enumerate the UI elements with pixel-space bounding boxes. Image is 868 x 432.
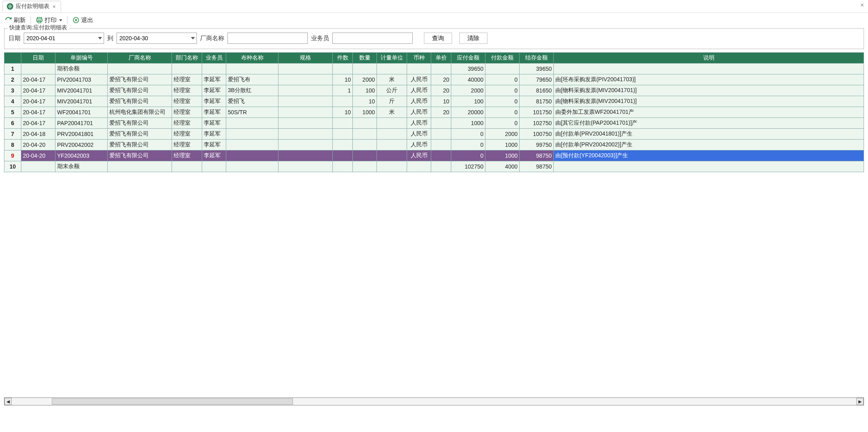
clear-button[interactable]: 清除	[459, 33, 487, 44]
date-to-input[interactable]	[117, 33, 197, 43]
cell[interactable]: 20-04-17	[21, 118, 55, 129]
cell[interactable]	[278, 161, 333, 172]
cell[interactable]: 由[物料采购发票(MIV20041701)]	[554, 85, 864, 96]
col-sales[interactable]: 业务员	[202, 53, 226, 64]
cell[interactable]: 3B分散红	[226, 85, 278, 96]
row-number[interactable]: 1	[4, 64, 21, 74]
cell[interactable]: 1000	[353, 107, 377, 118]
cell[interactable]: 李延军	[202, 140, 226, 150]
cell[interactable]	[278, 96, 333, 107]
cell[interactable]: 100	[353, 85, 377, 96]
cell[interactable]	[21, 64, 55, 74]
cell[interactable]	[278, 85, 333, 96]
table-row[interactable]: 420-04-17MIV20041701爱招飞有限公司经理室李延军爱招飞10斤人…	[4, 96, 864, 107]
cell[interactable]: 20-04-18	[21, 129, 55, 140]
cell[interactable]: MIV20041701	[55, 96, 108, 107]
cell[interactable]: 98750	[520, 161, 554, 172]
exit-button[interactable]: 退出	[72, 16, 94, 25]
cell[interactable]: 4000	[485, 161, 520, 172]
cell[interactable]: 50S/TR	[226, 107, 278, 118]
cell[interactable]: 1000	[485, 150, 520, 161]
cell[interactable]: 李延军	[202, 96, 226, 107]
cell[interactable]	[377, 150, 407, 161]
cell[interactable]	[333, 140, 353, 150]
cell[interactable]: 爱招飞有限公司	[108, 140, 172, 150]
row-number[interactable]: 8	[4, 140, 21, 150]
cell[interactable]	[278, 150, 333, 161]
cell[interactable]: 期初余额	[55, 64, 108, 74]
cell[interactable]: 81650	[520, 85, 554, 96]
cell[interactable]: 李延军	[202, 129, 226, 140]
table-row[interactable]: 220-04-17PIV20041703爱招飞有限公司经理室李延军爱招飞布102…	[4, 74, 864, 85]
cell[interactable]: 102750	[520, 118, 554, 129]
cell[interactable]: 米	[377, 74, 407, 85]
cell[interactable]: 79650	[520, 74, 554, 85]
row-number[interactable]: 2	[4, 74, 21, 85]
cell[interactable]	[172, 161, 202, 172]
cell[interactable]	[554, 161, 864, 172]
cell[interactable]: 2000	[353, 74, 377, 85]
cell[interactable]: 由[物料采购发票(MIV20041701)]	[554, 96, 864, 107]
cell[interactable]: 人民币	[407, 96, 431, 107]
col-qty[interactable]: 数量	[353, 53, 377, 64]
cell[interactable]: 20	[431, 107, 451, 118]
col-dept[interactable]: 部门名称	[172, 53, 202, 64]
cell[interactable]	[377, 161, 407, 172]
cell[interactable]	[431, 161, 451, 172]
cell[interactable]	[278, 140, 333, 150]
row-number[interactable]: 3	[4, 85, 21, 96]
cell[interactable]	[226, 161, 278, 172]
cell[interactable]: 99750	[520, 140, 554, 150]
cell[interactable]: 人民币	[407, 118, 431, 129]
cell[interactable]: 0	[485, 107, 520, 118]
cell[interactable]	[333, 118, 353, 129]
cell[interactable]: 1000	[451, 118, 485, 129]
cell[interactable]: 81750	[520, 96, 554, 107]
cell[interactable]: 由委外加工发票WF20041701产	[554, 107, 864, 118]
scroll-track[interactable]	[12, 398, 856, 405]
table-row[interactable]: 620-04-17PAP20041701爱招飞有限公司经理室李延军人民币1000…	[4, 118, 864, 129]
cell[interactable]: 经理室	[172, 150, 202, 161]
cell[interactable]	[108, 64, 172, 74]
cell[interactable]	[278, 129, 333, 140]
cell[interactable]	[377, 140, 407, 150]
cell[interactable]: 20-04-17	[21, 107, 55, 118]
table-row[interactable]: 320-04-17MIV20041701爱招飞有限公司经理室李延军3B分散红11…	[4, 85, 864, 96]
cell[interactable]	[377, 64, 407, 74]
cell[interactable]: 102750	[451, 161, 485, 172]
cell[interactable]	[333, 96, 353, 107]
refresh-button[interactable]: 刷新	[4, 16, 27, 25]
cell[interactable]	[377, 118, 407, 129]
cell[interactable]: 经理室	[172, 107, 202, 118]
cell[interactable]: 0	[451, 140, 485, 150]
cell[interactable]: 人民币	[407, 74, 431, 85]
cell[interactable]: 杭州电化集团有限公司	[108, 107, 172, 118]
cell[interactable]: 20-04-20	[21, 150, 55, 161]
cell[interactable]: PRV20042002	[55, 140, 108, 150]
cell[interactable]	[226, 129, 278, 140]
cell[interactable]: 李延军	[202, 150, 226, 161]
table-row[interactable]: 720-04-18PRV20041801爱招飞有限公司经理室李延军人民币0200…	[4, 129, 864, 140]
cell[interactable]	[333, 161, 353, 172]
cell[interactable]: 10	[333, 74, 353, 85]
cell[interactable]	[226, 140, 278, 150]
cell[interactable]: 爱招飞布	[226, 74, 278, 85]
cell[interactable]	[485, 64, 520, 74]
cell[interactable]	[431, 64, 451, 74]
cell[interactable]: 101750	[520, 107, 554, 118]
cell[interactable]: 40000	[451, 74, 485, 85]
col-desc[interactable]: 说明	[554, 53, 864, 64]
table-row[interactable]: 920-04-20YF20042003爱招飞有限公司经理室李延军人民币01000…	[4, 150, 864, 161]
cell[interactable]: 20-04-17	[21, 96, 55, 107]
cell[interactable]: 100750	[520, 129, 554, 140]
cell[interactable]: 经理室	[172, 129, 202, 140]
cell[interactable]: 人民币	[407, 150, 431, 161]
cell[interactable]: 39650	[451, 64, 485, 74]
cell[interactable]: 100	[451, 96, 485, 107]
cell[interactable]	[278, 107, 333, 118]
cell[interactable]	[353, 118, 377, 129]
cell[interactable]	[172, 64, 202, 74]
cell[interactable]: 爱招飞有限公司	[108, 150, 172, 161]
date-from-combo[interactable]	[24, 33, 104, 44]
cell[interactable]: MIV20041701	[55, 85, 108, 96]
